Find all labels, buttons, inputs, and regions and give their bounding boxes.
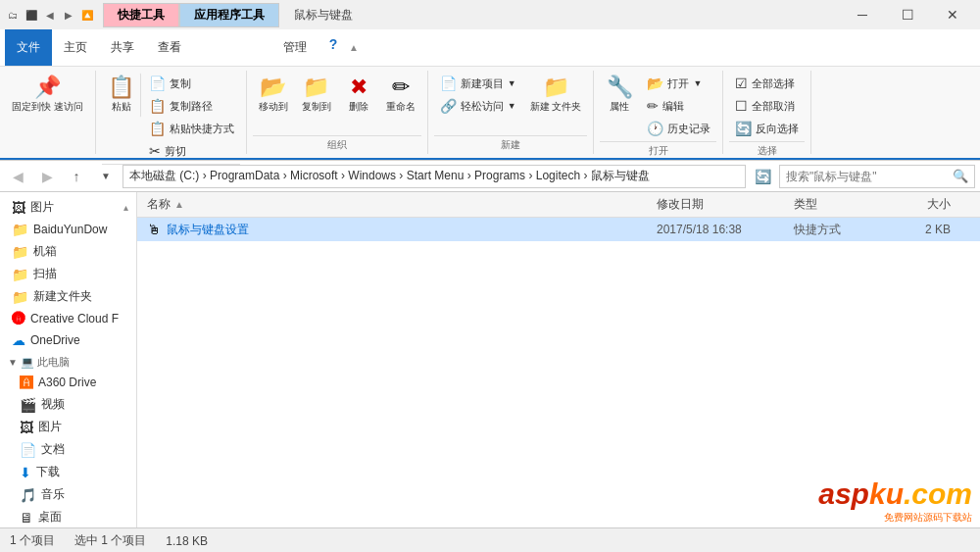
- sidebar-item-music[interactable]: 🎵 音乐: [0, 483, 136, 506]
- sidebar-item-scan[interactable]: 📁 扫描: [0, 263, 136, 285]
- delete-button[interactable]: ✖ 删除: [339, 73, 378, 118]
- open-button[interactable]: 📂 打开 ▼: [641, 73, 716, 94]
- select-group-label: 选择: [729, 141, 805, 158]
- recent-locations-button[interactable]: ▼: [93, 164, 119, 189]
- refresh-button[interactable]: 🔄: [750, 164, 775, 189]
- file-row[interactable]: 🖱 鼠标与键盘设置 2017/5/18 16:38 快捷方式 2 KB: [137, 218, 980, 241]
- selectall-button[interactable]: ☑ 全部选择: [729, 73, 805, 94]
- sidebar-item-newfolder[interactable]: 📁 新建文件夹: [0, 285, 136, 308]
- title-bar-icons: 🗂 ⬛ ◀ ▶ 🔼: [5, 8, 95, 22]
- search-input[interactable]: [786, 170, 953, 183]
- properties-button[interactable]: 🔧 属性: [600, 73, 639, 118]
- rename-label: 重命名: [386, 100, 416, 114]
- sidebar-item-downloads[interactable]: ⬇ 下载: [0, 461, 136, 483]
- help-button[interactable]: ?: [318, 29, 348, 59]
- moveto-label: 移动到: [259, 100, 288, 114]
- pin-quickaccess-button[interactable]: 📌 固定到快 速访问: [6, 73, 89, 118]
- col-type-header[interactable]: 类型: [794, 196, 892, 213]
- ribbon-tab-manage[interactable]: 管理: [271, 29, 318, 66]
- newitem-button[interactable]: 📄 新建项目 ▼: [434, 73, 522, 94]
- copyto-icon: 📁: [303, 76, 329, 98]
- invertselect-label: 反向选择: [756, 122, 799, 136]
- restore-button[interactable]: ☐: [885, 0, 930, 29]
- moveto-button[interactable]: 📂 移动到: [253, 73, 294, 118]
- selectnone-button[interactable]: ☐ 全部取消: [729, 95, 805, 117]
- breadcrumb[interactable]: 本地磁盘 (C:) › ProgramData › Microsoft › Wi…: [122, 165, 746, 188]
- ribbon-group-new: 📄 新建项目 ▼ 🔗 轻松访问 ▼ 📁 新建 文件夹 新建: [428, 71, 595, 154]
- search-box[interactable]: 🔍: [779, 165, 975, 188]
- sidebar-item-jixiang[interactable]: 📁 机箱: [0, 240, 136, 263]
- easyaccess-button[interactable]: 🔗 轻松访问 ▼: [434, 95, 522, 117]
- invertselect-button[interactable]: 🔄 反向选择: [729, 118, 805, 139]
- sidebar-section-thispc[interactable]: ▼ 💻 此电脑: [0, 351, 136, 372]
- ribbon-tab-file[interactable]: 文件: [5, 29, 52, 66]
- sidebar-item-downloads-label: 下载: [36, 464, 60, 480]
- sidebar-item-videos[interactable]: 🎬 视频: [0, 393, 136, 416]
- col-date-header[interactable]: 修改日期: [657, 196, 794, 213]
- paste-button[interactable]: 📋 粘贴: [102, 73, 141, 118]
- easyaccess-icon: 🔗: [440, 98, 457, 114]
- a360-icon: 🅰: [20, 375, 33, 390]
- ribbon-tab-home[interactable]: 主页: [52, 29, 99, 66]
- forward-history-icon[interactable]: ▶: [61, 8, 76, 22]
- col-name-header[interactable]: 名称 ▲: [147, 196, 657, 213]
- copypath-label: 复制路径: [170, 99, 213, 114]
- pictures-icon: 🖼: [12, 200, 25, 216]
- sidebar-item-creativecloud-label: Creative Cloud F: [30, 312, 119, 326]
- organize-group-content: 📂 移动到 📁 复制到 ✖ 删除 ✏ 重命名: [253, 73, 421, 133]
- up-button[interactable]: ↑: [64, 164, 89, 189]
- forward-button[interactable]: ▶: [34, 164, 60, 189]
- history-button[interactable]: 🕐 历史记录: [641, 118, 716, 139]
- tab-mouse[interactable]: 鼠标与键盘: [279, 3, 368, 27]
- ribbon-body: 📌 固定到快 速访问 📋 粘贴 📄 复制 📋: [0, 67, 980, 160]
- copypath-button[interactable]: 📋 复制路径: [143, 95, 240, 117]
- sidebar-item-pictures2[interactable]: 🖼 图片: [0, 416, 136, 438]
- baiduyun-icon: 📁: [12, 222, 28, 237]
- sidebar-item-onedrive[interactable]: ☁ OneDrive: [0, 329, 136, 351]
- quick-access-icon[interactable]: ⬛: [24, 8, 39, 22]
- sidebar-item-creativecloud[interactable]: 🅐 Creative Cloud F: [0, 308, 136, 329]
- desktop-icon: 🖥: [20, 510, 33, 526]
- collapse-ribbon-button[interactable]: ▲: [348, 29, 360, 66]
- back-button[interactable]: ◀: [5, 164, 30, 189]
- up-icon[interactable]: 🔼: [79, 8, 95, 22]
- breadcrumb-text: 本地磁盘 (C:) › ProgramData › Microsoft › Wi…: [129, 168, 650, 184]
- sidebar-item-a360[interactable]: 🅰 A360 Drive: [0, 372, 136, 393]
- pasteshortcut-button[interactable]: 📋 粘贴快捷方式: [143, 118, 240, 139]
- tab-apptools[interactable]: 应用程序工具: [179, 3, 279, 27]
- sidebar-item-pictures[interactable]: 🖼 图片 ▴: [0, 196, 136, 219]
- copyto-button[interactable]: 📁 复制到: [296, 73, 337, 118]
- easyaccess-label: 轻松访问: [461, 99, 504, 114]
- ribbon-tab-share[interactable]: 共享: [99, 29, 146, 66]
- newfolder-label: 新建 文件夹: [530, 100, 582, 114]
- minimize-button[interactable]: ─: [840, 0, 885, 29]
- creativecloud-icon: 🅐: [12, 311, 25, 326]
- edit-button[interactable]: ✏ 编辑: [641, 95, 716, 117]
- window-controls: ─ ☐ ✕: [840, 0, 975, 29]
- rename-button[interactable]: ✏ 重命名: [380, 73, 421, 118]
- sidebar-item-onedrive-label: OneDrive: [30, 333, 80, 347]
- pictures2-icon: 🖼: [20, 420, 33, 435]
- open-label: 打开: [667, 76, 689, 91]
- cut-button[interactable]: ✂ 剪切: [143, 140, 240, 162]
- watermark-tld: .com: [904, 477, 972, 511]
- new-group-label: 新建: [434, 135, 588, 152]
- pin-icon: 📌: [34, 76, 61, 98]
- copy-button[interactable]: 📄 复制: [143, 73, 240, 94]
- close-button[interactable]: ✕: [930, 0, 975, 29]
- videos-icon: 🎬: [20, 397, 36, 413]
- newfolder-button[interactable]: 📁 新建 文件夹: [524, 73, 588, 118]
- sidebar-item-documents[interactable]: 📄 文档: [0, 438, 136, 461]
- copy-label: 复制: [170, 76, 191, 91]
- open-group-label: 打开: [600, 141, 716, 158]
- delete-icon: ✖: [350, 76, 368, 98]
- moveto-icon: 📂: [260, 76, 286, 98]
- col-size-label: 大小: [927, 197, 951, 211]
- tab-quicktools[interactable]: 快捷工具: [103, 3, 179, 27]
- back-history-icon[interactable]: ◀: [42, 8, 58, 22]
- newitem-icon: 📄: [440, 75, 457, 91]
- col-size-header[interactable]: 大小: [892, 196, 970, 213]
- ribbon-tab-view[interactable]: 查看: [146, 29, 193, 66]
- sidebar-item-baiduyun[interactable]: 📁 BaiduYunDow: [0, 219, 136, 240]
- sidebar-item-desktop[interactable]: 🖥 桌面: [0, 506, 136, 527]
